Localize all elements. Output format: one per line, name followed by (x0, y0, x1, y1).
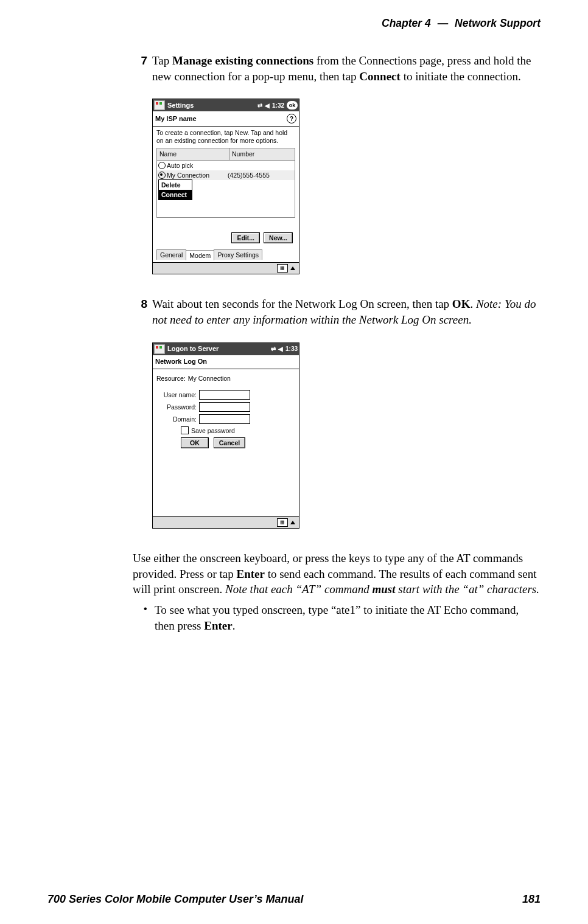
dialog-buttons: OK Cancel (181, 437, 295, 448)
isp-name: My ISP name (155, 114, 197, 123)
domain-input[interactable] (199, 414, 250, 424)
username-input[interactable] (199, 390, 250, 400)
keyboard-icon[interactable]: ▦ (277, 264, 288, 273)
volume-icon[interactable]: ◀ (278, 345, 283, 353)
page-footer: 700 Series Color Mobile Computer User’s … (47, 893, 541, 906)
sub-header: My ISP name ? (153, 111, 299, 127)
chapter-word: Chapter (382, 17, 422, 29)
edit-button[interactable]: Edit... (231, 232, 260, 243)
tab-modem[interactable]: Modem (186, 250, 214, 260)
text: . (470, 297, 476, 310)
page-header: Chapter 4 — Network Support (47, 17, 541, 30)
tab-proxy[interactable]: Proxy Settings (214, 249, 262, 260)
ok-button[interactable]: OK (181, 437, 209, 448)
menu-item-delete[interactable]: Delete (159, 180, 192, 190)
row-name: My Connection (167, 171, 209, 179)
titlebar-icons: ⇄ ◀ 1:33 (271, 345, 298, 353)
connections-grid: Name Number Auto pick My Connection (425… (156, 148, 295, 218)
connectivity-icon[interactable]: ⇄ (271, 345, 276, 353)
text: to initiate the connection. (401, 70, 521, 83)
paragraph: Use either the onscreen keyboard, or pre… (133, 551, 541, 597)
cancel-button[interactable]: Cancel (214, 437, 245, 448)
step-number: 7 (133, 53, 147, 84)
radio-icon[interactable] (158, 162, 166, 169)
table-row[interactable]: Auto pick (157, 161, 295, 170)
italic-text: Note that each “AT” command (225, 583, 373, 596)
password-label: Password: (156, 403, 199, 411)
text: Wait about ten seconds for the Network L… (152, 297, 452, 310)
window-title: Settings (167, 101, 257, 110)
help-icon[interactable]: ? (287, 114, 296, 123)
resource-row: Resource: My Connection (156, 374, 295, 383)
step-7: 7 Tap Manage existing connections from t… (133, 53, 541, 84)
button-row: Edit... New... (156, 232, 295, 243)
sip-bar: ▦ (153, 516, 299, 528)
step-8: 8 Wait about ten seconds for the Network… (133, 296, 541, 327)
context-menu: Delete Connect (158, 179, 192, 200)
device-body: To create a connection, tap New. Tap and… (153, 127, 299, 262)
password-row: Password: (156, 402, 295, 412)
menu-item-connect[interactable]: Connect (159, 190, 192, 200)
row-name: Auto pick (167, 161, 193, 170)
start-icon[interactable] (154, 344, 165, 354)
bullet-icon: • (144, 602, 155, 633)
username-row: User name: (156, 390, 295, 400)
new-button[interactable]: New... (264, 232, 293, 243)
device-frame: Logon to Server ⇄ ◀ 1:33 Network Log On … (152, 342, 299, 529)
hint-text: To create a connection, tap New. Tap and… (156, 129, 295, 144)
save-password-row: Save password (181, 426, 295, 435)
step-body: Wait about ten seconds for the Network L… (152, 296, 541, 327)
bold-text: Connect (359, 70, 401, 83)
save-password-label: Save password (191, 426, 235, 435)
dialog-title: Network Log On (155, 357, 207, 366)
column-name[interactable]: Name (157, 148, 229, 159)
radio-icon[interactable] (158, 172, 166, 179)
logon-form: Resource: My Connection User name: Passw… (153, 369, 299, 517)
tab-bar: General Modem Proxy Settings (156, 249, 295, 260)
column-number[interactable]: Number (229, 148, 295, 159)
bullet-item: • To see what you typed onscreen, type “… (144, 602, 541, 633)
keyboard-icon[interactable]: ▦ (277, 518, 288, 527)
bold-text: OK (452, 297, 471, 310)
chapter-num: 4 (425, 17, 431, 29)
screenshot-logon: Logon to Server ⇄ ◀ 1:33 Network Log On … (152, 342, 541, 529)
bullet-text: To see what you typed onscreen, type “at… (155, 602, 541, 633)
domain-label: Domain: (156, 415, 199, 423)
footer-title: 700 Series Color Mobile Computer User’s … (47, 893, 303, 906)
connectivity-icon[interactable]: ⇄ (257, 102, 262, 110)
header-dash: — (438, 17, 449, 29)
sip-menu-icon[interactable] (290, 521, 295, 524)
text: . (233, 619, 236, 632)
title-bar: Logon to Server ⇄ ◀ 1:33 (153, 343, 299, 355)
save-password-checkbox[interactable] (181, 426, 189, 434)
italic-text: start with the “at” characters. (396, 583, 539, 596)
sip-bar: ▦ (153, 262, 299, 274)
bold-italic-text: must (373, 583, 396, 596)
grid-header: Name Number (157, 148, 295, 160)
row-number: (425)555-4555 (225, 171, 295, 179)
bold-text: Manage existing connections (172, 54, 313, 67)
resource-label: Resource: (156, 374, 186, 383)
window-title: Logon to Server (167, 344, 271, 353)
step-body: Tap Manage existing connections from the… (152, 53, 541, 84)
tab-general[interactable]: General (156, 249, 186, 260)
titlebar-icons: ⇄ ◀ 1:32 ok (257, 101, 298, 109)
domain-row: Domain: (156, 414, 295, 424)
table-row[interactable]: My Connection (425)555-4555 (157, 170, 295, 180)
volume-icon[interactable]: ◀ (265, 102, 270, 110)
sub-header: Network Log On (153, 355, 299, 369)
page-number: 181 (522, 893, 541, 906)
text: Tap (152, 54, 172, 67)
clock[interactable]: 1:32 (272, 102, 284, 110)
sip-menu-icon[interactable] (290, 266, 295, 270)
clock[interactable]: 1:33 (285, 345, 298, 353)
device-frame: Settings ⇄ ◀ 1:32 ok My ISP name ? To cr… (152, 99, 299, 274)
title-bar: Settings ⇄ ◀ 1:32 ok (153, 99, 299, 111)
bold-text: Enter (204, 619, 232, 632)
password-input[interactable] (199, 402, 250, 412)
step-number: 8 (133, 296, 147, 327)
username-label: User name: (156, 391, 199, 399)
ok-button[interactable]: ok (287, 101, 298, 109)
start-icon[interactable] (154, 100, 165, 110)
resource-value: My Connection (188, 374, 231, 383)
